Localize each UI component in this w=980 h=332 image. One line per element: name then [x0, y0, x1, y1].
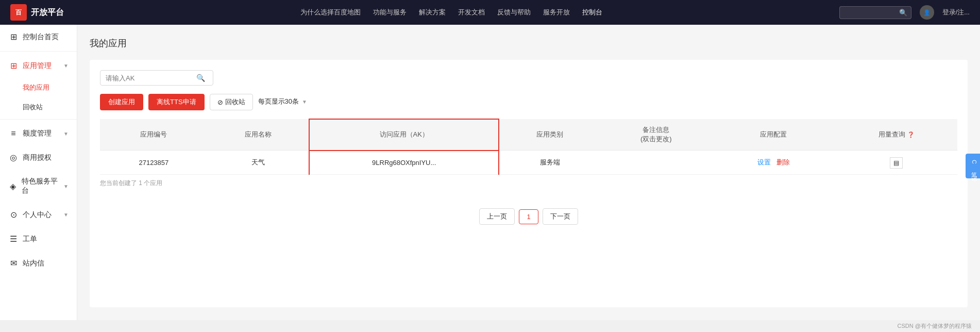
right-panel-text: C 笔 记 [971, 160, 977, 172]
nav-item-2[interactable]: 功能与服务 [373, 8, 407, 17]
nav-item-3[interactable]: 解决方案 [419, 8, 446, 17]
right-panel[interactable]: C 笔 记 [966, 154, 980, 178]
personal-arrow: ▼ [63, 212, 69, 218]
top-nav-menu: 为什么选择百度地图 功能与服务 解决方案 开发文档 反馈与帮助 服务开放 控制台 [300, 8, 602, 17]
col-header-ak: 访问应用（AK） [309, 119, 499, 151]
recycle-label: 回收站 [23, 103, 43, 111]
nav-item-4[interactable]: 开发文档 [458, 8, 485, 17]
bottom-bar: CSDN @有个健体梦的程序猿 [0, 320, 980, 332]
nav-item-5[interactable]: 反馈与帮助 [497, 8, 531, 17]
cell-usage[interactable]: ▤ [836, 151, 957, 175]
special-arrow: ▼ [63, 184, 69, 189]
pagination: 上一页 1 下一页 [100, 208, 957, 225]
page-size-label: 每页显示30条 [258, 97, 299, 106]
table-row: 27123857 天气 9LRRg68OXfpnIYU... 服务端 设置 删除… [100, 151, 957, 175]
main-content: 我的应用 🔍 创建应用 离线TTS申请 ⊘ 回收站 每页显示30条 ▼ [77, 25, 980, 332]
inbox-label: 站内信 [23, 259, 44, 268]
app-layout: ⊞ 控制台首页 ⊞ 应用管理 ▼ 我的应用 回收站 ≡ 额度管理 ▼ ◎ 商用授… [0, 25, 980, 332]
create-app-button[interactable]: 创建应用 [100, 94, 143, 110]
usage-icon[interactable]: ▤ [890, 157, 903, 169]
col-header-id: 应用编号 [100, 119, 208, 151]
cell-config: 设置 删除 [712, 151, 836, 175]
workorder-label: 工单 [23, 235, 37, 244]
top-nav-right: 🔍 👤 登录/注... [839, 5, 970, 20]
logo-icon: 百 [10, 4, 27, 21]
sidebar-item-personal[interactable]: ⊙ 个人中心 ▼ [0, 203, 77, 227]
special-icon: ◈ [8, 181, 18, 191]
apps-icon: ⊞ [8, 61, 19, 71]
sidebar-item-special[interactable]: ◈ 特色服务平台 ▼ [0, 170, 77, 203]
mail-icon: ✉ [8, 258, 19, 268]
recycle-button[interactable]: ⊘ 回收站 [210, 94, 253, 110]
page-size-arrow: ▼ [302, 99, 307, 105]
my-apps-label: 我的应用 [23, 84, 49, 91]
foot-note: 您当前创建了 1 个应用 [100, 179, 957, 188]
sidebar-divider-2 [0, 119, 77, 120]
recycle-btn-label: 回收站 [225, 97, 245, 107]
logo-text: 开放平台 [31, 7, 64, 18]
sidebar-item-quota[interactable]: ≡ 额度管理 ▼ [0, 122, 77, 145]
sidebar-dashboard-label: 控制台首页 [23, 32, 59, 42]
sidebar-item-dashboard[interactable]: ⊞ 控制台首页 [0, 25, 77, 49]
ak-value[interactable]: 9LRRg68OXfpnIYU... [372, 159, 436, 167]
tts-button[interactable]: 离线TTS申请 [148, 94, 205, 110]
usage-help-icon[interactable]: ❓ [907, 131, 915, 138]
prev-page-button[interactable]: 上一页 [479, 208, 515, 225]
cell-id: 27123857 [100, 151, 208, 175]
sidebar-divider-1 [0, 51, 77, 52]
page-title: 我的应用 [90, 37, 968, 49]
sidebar-item-inbox[interactable]: ✉ 站内信 [0, 251, 77, 275]
bottom-bar-text: CSDN @有个健体梦的程序猿 [898, 323, 972, 329]
search-bar: 🔍 [100, 70, 957, 86]
cell-category: 服务端 [499, 151, 601, 175]
logo: 百 开放平台 [10, 4, 64, 21]
special-label: 特色服务平台 [22, 177, 60, 195]
col-note-line1: 备注信息 [643, 126, 669, 134]
cell-name: 天气 [208, 151, 310, 175]
cell-ak: 9LRRg68OXfpnIYU... [309, 151, 499, 175]
user-text[interactable]: 登录/注... [942, 8, 970, 17]
sidebar-item-workorder[interactable]: ☰ 工单 [0, 227, 77, 251]
quota-icon: ≡ [8, 129, 19, 138]
data-table: 应用编号 应用名称 访问应用（AK） 应用类别 备注信息 (双击更改) 应用配置… [100, 119, 957, 175]
col-header-note: 备注信息 (双击更改) [601, 119, 712, 151]
sidebar-item-app-manage[interactable]: ⊞ 应用管理 ▼ [0, 54, 77, 78]
gauge-icon: ⊞ [8, 32, 19, 42]
col-header-config: 应用配置 [712, 119, 836, 151]
search-icon[interactable]: 🔍 [196, 74, 205, 82]
quota-arrow: ▼ [63, 131, 69, 137]
page-size-wrapper: 每页显示30条 ▼ [258, 97, 307, 106]
nav-item-console[interactable]: 控制台 [582, 8, 602, 17]
person-icon: ⊙ [8, 210, 19, 220]
sidebar-item-my-apps[interactable]: 我的应用 [0, 78, 77, 97]
recycle-btn-icon: ⊘ [217, 98, 223, 106]
action-bar: 创建应用 离线TTS申请 ⊘ 回收站 每页显示30条 ▼ [100, 94, 957, 110]
sidebar: ⊞ 控制台首页 ⊞ 应用管理 ▼ 我的应用 回收站 ≡ 额度管理 ▼ ◎ 商用授… [0, 25, 77, 332]
next-page-button[interactable]: 下一页 [543, 208, 578, 225]
biz-auth-label: 商用授权 [23, 153, 52, 162]
top-nav: 百 开放平台 为什么选择百度地图 功能与服务 解决方案 开发文档 反馈与帮助 服… [0, 0, 980, 25]
usage-label: 用量查询 [878, 130, 905, 138]
nav-search-wrapper[interactable]: 🔍 [839, 6, 911, 19]
quota-label: 额度管理 [23, 129, 52, 138]
cell-note[interactable] [601, 151, 712, 175]
shield-icon: ◎ [8, 153, 19, 162]
sidebar-app-manage-label: 应用管理 [23, 61, 52, 71]
nav-item-6[interactable]: 服务开放 [543, 8, 570, 17]
sidebar-item-recycle[interactable]: 回收站 [0, 97, 77, 117]
col-header-usage: 用量查询 ❓ [836, 119, 957, 151]
config-delete-button[interactable]: 删除 [776, 158, 790, 167]
user-avatar: 👤 [920, 5, 934, 20]
sidebar-item-biz-auth[interactable]: ◎ 商用授权 [0, 145, 77, 170]
search-input-wrapper[interactable]: 🔍 [100, 70, 213, 86]
workorder-icon: ☰ [8, 234, 19, 244]
nav-search-icon: 🔍 [899, 9, 907, 16]
ak-search-input[interactable] [106, 74, 193, 82]
page-1-button[interactable]: 1 [519, 209, 538, 224]
col-header-category: 应用类别 [499, 119, 601, 151]
personal-label: 个人中心 [23, 210, 52, 220]
col-note-line2: (双击更改) [640, 135, 672, 143]
app-manage-arrow: ▼ [63, 63, 69, 69]
config-set-button[interactable]: 设置 [757, 158, 771, 167]
nav-item-1[interactable]: 为什么选择百度地图 [300, 8, 361, 17]
